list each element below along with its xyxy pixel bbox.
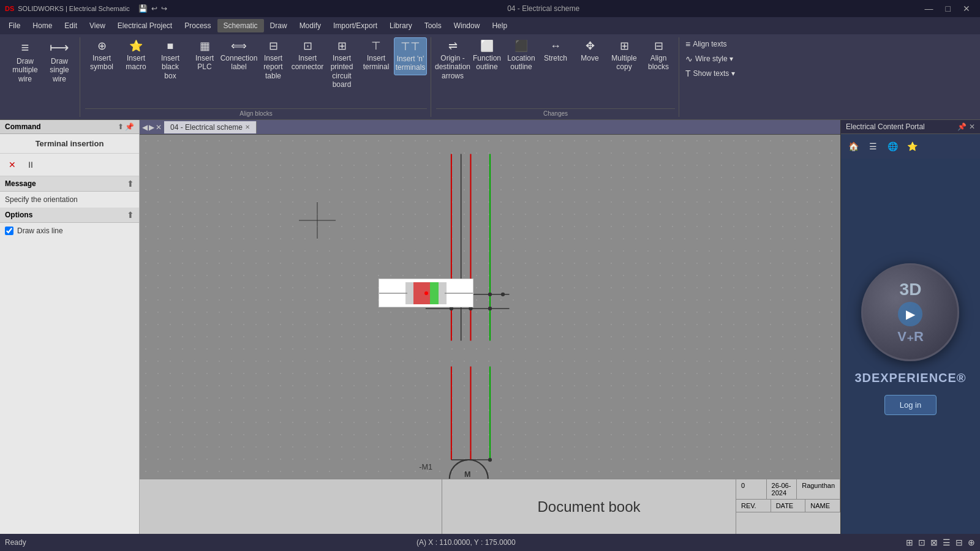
show-texts-button[interactable]: T Show texts ▾	[682, 67, 761, 80]
multiple-copy-label: Multiple copy	[609, 54, 639, 72]
navigation-tools-group: ⇌ Origin - destination arrows ⬜ Function…	[432, 37, 679, 117]
filter-icon[interactable]: ⊟	[956, 538, 963, 547]
canvas-tab-prev[interactable]: ◀	[142, 123, 148, 132]
right-panel-close[interactable]: ✕	[969, 122, 975, 131]
zoom-icon[interactable]: ⊕	[968, 538, 975, 547]
insert-black-box-button[interactable]: ■ Insert black box	[154, 37, 187, 83]
app-name: SOLIDWORKS | Electrical Schematic	[18, 5, 130, 12]
options-section-title: Options	[5, 211, 32, 219]
insert-symbol-label: Insert symbol	[86, 54, 117, 72]
doc-author: Ragunthan	[797, 479, 840, 499]
menu-view[interactable]: View	[83, 19, 111, 32]
ortho-icon[interactable]: ⊠	[930, 538, 938, 547]
align-blocks-icon: ⊟	[654, 40, 663, 53]
insert-symbol-icon: ⊕	[97, 40, 107, 53]
message-section-header[interactable]: Message ⬆	[0, 176, 139, 192]
menu-draw[interactable]: Draw	[264, 19, 293, 32]
menu-edit[interactable]: Edit	[58, 19, 83, 32]
right-toolbar-group: ≡ Align texts ∿ Wire style ▾ T Show text…	[682, 37, 761, 117]
command-pin-button[interactable]: 📌	[125, 122, 134, 131]
menu-schematic[interactable]: Schematic	[217, 19, 264, 32]
command-collapse-button[interactable]: ⬆	[118, 122, 124, 131]
grid-icon[interactable]: ⊞	[906, 538, 913, 547]
insert-connector-button[interactable]: ⊡ Insert connector	[291, 37, 324, 74]
menu-modify[interactable]: Modify	[293, 19, 327, 32]
terminal-pause-button[interactable]: ⏸	[23, 157, 38, 172]
minimize-button[interactable]: —	[920, 2, 938, 15]
insert-report-table-button[interactable]: ⊟ Insert report table	[257, 37, 290, 83]
function-outline-button[interactable]: ⬜ Function outline	[470, 37, 503, 74]
canvas-tab-scheme[interactable]: 04 - Electrical scheme ✕	[164, 121, 257, 133]
draw-multiple-wire-icon: ≡	[21, 40, 29, 56]
experience-play-button[interactable]: ▶	[898, 302, 922, 326]
quick-access-save[interactable]: 💾	[138, 4, 148, 13]
menu-library[interactable]: Library	[383, 19, 418, 32]
multiple-copy-button[interactable]: ⊞ Multiple copy	[608, 37, 641, 74]
right-panel-pin[interactable]: 📌	[957, 122, 967, 131]
doc-revision-num: 0	[736, 479, 767, 499]
draw-axis-line-label: Draw axis line	[17, 227, 63, 235]
insert-terminal-icon: ⊤	[371, 40, 381, 53]
insert-macro-button[interactable]: ⭐ Insert macro	[119, 37, 153, 74]
close-button[interactable]: ✕	[958, 2, 975, 15]
insert-terminals-button[interactable]: ⊤⊤ Insert 'n' terminals	[394, 37, 427, 75]
terminal-close-button[interactable]: ✕	[5, 157, 20, 172]
options-section-header[interactable]: Options ⬆	[0, 208, 139, 223]
draw-single-wire-button[interactable]: ⟼ Draw single wire	[43, 37, 76, 86]
doc-date-label: DATE	[771, 500, 806, 512]
menu-import-export[interactable]: Import/Export	[327, 19, 383, 32]
svg-point-12	[488, 293, 492, 296]
menu-home[interactable]: Home	[26, 19, 58, 32]
portal-nav-home[interactable]: 🏠	[845, 138, 862, 155]
location-outline-button[interactable]: ⬛ Location outline	[505, 37, 538, 74]
insert-plc-button[interactable]: ▦ Insert PLC	[188, 37, 221, 74]
location-outline-icon: ⬛	[514, 40, 528, 53]
list-icon[interactable]: ☰	[943, 538, 951, 547]
menu-electrical-project[interactable]: Electrical Project	[111, 19, 178, 32]
canvas-tab-next[interactable]: ▶	[149, 123, 154, 132]
menu-help[interactable]: Help	[486, 19, 513, 32]
draw-axis-line-checkbox[interactable]	[5, 227, 13, 235]
insert-pcb-button[interactable]: ⊞ Insert printed circuit board	[325, 37, 358, 92]
terminal-preview	[379, 279, 473, 307]
align-texts-button[interactable]: ≡ Align texts	[682, 37, 761, 51]
canvas-tab-close-all[interactable]: ✕	[156, 123, 162, 132]
origin-destination-label: Origin - destination arrows	[435, 54, 470, 80]
portal-nav-globe[interactable]: 🌐	[884, 138, 901, 155]
draw-multiple-wire-button[interactable]: ≡ Draw multiple wire	[9, 37, 42, 86]
right-panel: Electrical Content Portal 📌 ✕ 🏠 ☰ 🌐 ⭐ 3D…	[840, 120, 980, 534]
terminal-segment-right	[439, 282, 447, 304]
function-outline-icon: ⬜	[480, 40, 494, 53]
log-in-button[interactable]: Log in	[884, 395, 937, 415]
portal-nav-star[interactable]: ⭐	[903, 138, 921, 155]
statusbar-right: ⊞ ⊡ ⊠ ☰ ⊟ ⊕	[906, 538, 975, 547]
toolbar-main-right: ⇌ Origin - destination arrows ⬜ Function…	[432, 37, 975, 117]
options-collapse-icon: ⬆	[127, 210, 134, 220]
insertion-row: ⊕ Insert symbol ⭐ Insert macro ■ Insert …	[85, 37, 427, 108]
insertion-group-label: Align blocks	[85, 108, 427, 117]
move-label: Move	[581, 54, 598, 62]
insert-symbol-button[interactable]: ⊕ Insert symbol	[85, 37, 118, 74]
align-blocks-button[interactable]: ⊟ Align blocks	[642, 37, 675, 74]
canvas-tab-close-icon[interactable]: ✕	[245, 124, 250, 130]
snap-icon[interactable]: ⊡	[918, 538, 925, 547]
maximize-button[interactable]: □	[941, 2, 956, 15]
connection-label-button[interactable]: ⟺ Connection label	[222, 37, 255, 74]
move-button[interactable]: ✥ Move	[573, 37, 606, 66]
insert-terminal-button[interactable]: ⊤ Insert terminal	[360, 37, 393, 74]
document-book-title: Document book	[442, 479, 736, 534]
menu-process[interactable]: Process	[178, 19, 217, 32]
doc-row-1: 0 26-06-2024 Ragunthan	[736, 479, 840, 500]
quick-access-undo[interactable]: ↩	[151, 4, 157, 13]
draw-multiple-wire-label: Draw multiple wire	[10, 57, 40, 83]
portal-nav-list[interactable]: ☰	[864, 138, 881, 155]
origin-destination-button[interactable]: ⇌ Origin - destination arrows	[436, 37, 469, 83]
menu-window[interactable]: Window	[448, 19, 486, 32]
wire-style-button[interactable]: ∿ Wire style ▾	[682, 52, 761, 66]
menu-tools[interactable]: Tools	[418, 19, 448, 32]
quick-access-redo[interactable]: ↪	[161, 4, 167, 13]
menu-file[interactable]: File	[2, 19, 26, 32]
location-outline-label: Location outline	[506, 54, 537, 72]
drawing-canvas[interactable]: -K1 M ~ -M1	[140, 135, 840, 534]
stretch-button[interactable]: ↔ Stretch	[539, 37, 572, 66]
